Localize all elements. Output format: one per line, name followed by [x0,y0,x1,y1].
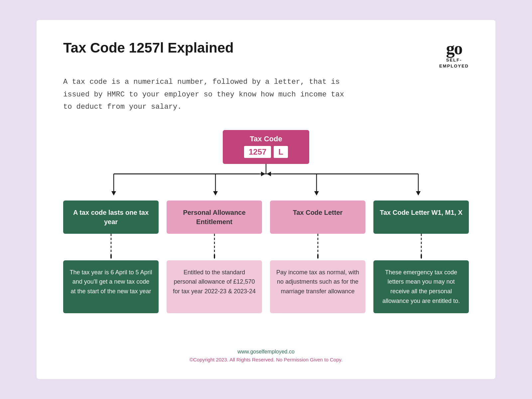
logo: go SELF- EMPLOYED [439,40,469,69]
dashed-2 [317,234,319,260]
tax-code-node: Tax Code 1257 L [223,130,309,164]
footer-url: www.goselfemployed.co [63,349,469,355]
header-row: Tax Code 1257l Explained go SELF- EMPLOY… [63,40,469,69]
logo-sub: SELF- EMPLOYED [439,57,469,69]
dashed-col-0 [63,234,159,260]
dashed-col-2 [270,234,365,260]
bottom-box-0: The tax year is 6 April to 5 April and y… [63,260,159,313]
tax-code-label: Tax Code [236,135,296,143]
tax-code-number: 1257 [244,146,271,158]
top-box-3: Tax Code Letter W1, M1, X [373,200,469,234]
footer: www.goselfemployed.co ©Copyright 2023. A… [63,349,469,362]
footer-copyright: ©Copyright 2023. All Rights Reserved. No… [63,357,469,362]
bottom-box-2: Pay income tax as normal, with no adjust… [270,260,365,313]
svg-marker-6 [111,191,116,196]
tax-code-letter: L [274,146,288,158]
svg-marker-19 [317,255,319,259]
svg-marker-11 [261,172,265,176]
svg-marker-17 [214,255,215,259]
dashed-1 [214,234,215,260]
main-card: Tax Code 1257l Explained go SELF- EMPLOY… [37,20,495,379]
svg-marker-7 [213,191,218,196]
bottom-box-3: These emergency tax code letters mean yo… [373,260,469,313]
bottom-boxes-row: The tax year is 6 April to 5 April and y… [63,260,469,313]
dashed-connectors [63,234,469,260]
svg-marker-15 [110,255,112,259]
svg-marker-13 [267,172,271,176]
dashed-0 [110,234,112,260]
dashed-col-1 [167,234,262,260]
top-box-1: Personal Allowance Entitlement [167,200,262,234]
page-title: Tax Code 1257l Explained [63,40,234,56]
diagram: Tax Code 1257 L [63,130,469,335]
dashed-3 [421,234,422,260]
logo-go: go [446,40,462,57]
svg-marker-9 [416,191,421,196]
top-boxes-row: A tax code lasts one tax year Personal A… [63,200,469,234]
svg-marker-21 [421,255,422,259]
description-text: A tax code is a numerical number, follow… [63,76,349,113]
dashed-col-3 [373,234,469,260]
top-box-0: A tax code lasts one tax year [63,200,159,234]
top-box-2: Tax Code Letter [270,200,365,234]
svg-marker-8 [314,191,319,196]
bottom-box-1: Entitled to the standard personal allowa… [167,260,262,313]
top-connectors-svg [63,164,469,200]
